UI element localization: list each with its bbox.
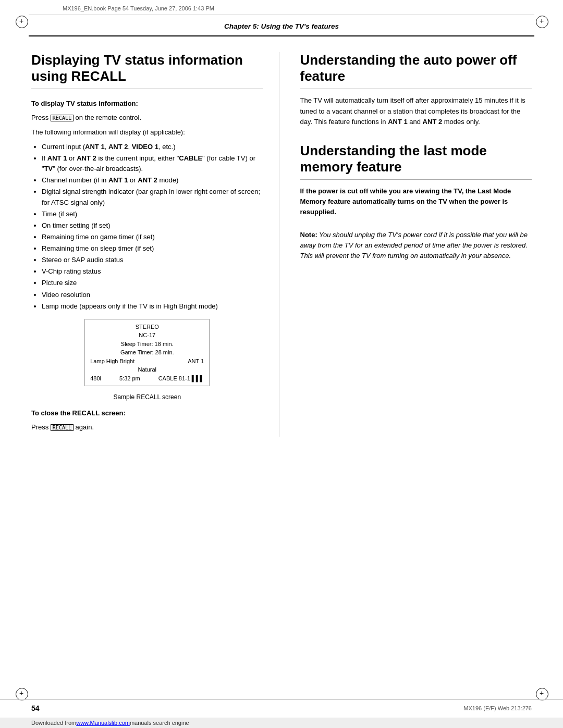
left-column: Displaying TV status information using R…: [31, 52, 279, 437]
chapter-header-title: Chapter 5: Using the TV's features: [224, 22, 339, 30]
close-recall-text: Press RECALL again.: [31, 422, 263, 433]
recall-time: 5:32 pm: [119, 374, 140, 383]
list-item: If ANT 1 or ANT 2 is the current input, …: [42, 153, 263, 174]
list-item: Remaining time on sleep timer (if set): [42, 243, 263, 254]
manualslib-link[interactable]: www.Manualslib.com: [76, 720, 130, 726]
bottom-right-text: MX196 (E/F) Web 213:276: [463, 705, 532, 711]
subsection-close-label: To close the RECALL screen:: [31, 408, 263, 418]
press-recall-text: Press RECALL on the remote control.: [31, 113, 263, 123]
list-item: Digital signal strength indicator (bar g…: [42, 187, 263, 207]
reg-mark-top-left: [16, 16, 27, 27]
recall-line-game: Game Timer: 28 min.: [90, 348, 204, 357]
list-item: Current input (ANT 1, ANT 2, VIDEO 1, et…: [42, 142, 263, 152]
file-info: MX196_EN.book Page 54 Tuesday, June 27, …: [63, 5, 214, 11]
list-item: Stereo or SAP audio status: [42, 255, 263, 265]
left-section-title: Displaying TV status information using R…: [31, 52, 263, 89]
recall-line-480i: 480i 5:32 pm CABLE 81-1 ▌▌▌: [90, 374, 204, 383]
note-body: You should unplug the TV's power cord if…: [300, 231, 528, 260]
following-text: The following information will display (…: [31, 127, 263, 138]
subsection-display-label: To display TV status information:: [31, 98, 263, 109]
auto-power-off-body: The TV will automatically turn itself of…: [300, 95, 532, 127]
downloaded-text: Downloaded from: [31, 720, 76, 726]
list-item: V-Chip rating status: [42, 266, 263, 277]
bottom-bar: 54 MX196 (E/F) Web 213:276: [0, 699, 563, 712]
recall-line-sleep: Sleep Timer: 18 min.: [90, 340, 204, 349]
list-item: Picture size: [42, 278, 263, 288]
recall-lamp-left: Lamp High Bright: [90, 357, 134, 366]
reg-mark-bottom-left: [16, 688, 27, 699]
recall-cable: CABLE 81-1 ▌▌▌: [158, 374, 204, 383]
note-label: Note:: [300, 231, 317, 239]
last-mode-bold-para: If the power is cut off while you are vi…: [300, 186, 532, 217]
recall-line-nc17: NC-17: [90, 331, 204, 340]
reg-mark-bottom-right: [536, 688, 547, 699]
recall-480i: 480i: [90, 374, 101, 383]
reg-mark-top-right: [536, 16, 547, 27]
right-column: Understanding the auto power off feature…: [295, 52, 532, 437]
recall-kbd: RECALL: [51, 115, 74, 121]
list-item: Lamp mode (appears only if the TV is in …: [42, 301, 263, 312]
close-recall-kbd: RECALL: [51, 424, 74, 431]
recall-line-natural: Natural: [90, 365, 204, 374]
auto-power-off-title: Understanding the auto power off feature: [300, 52, 532, 89]
feature-list: Current input (ANT 1, ANT 2, VIDEO 1, et…: [42, 142, 263, 312]
list-item: Time (if set): [42, 209, 263, 219]
page-number: 54: [31, 704, 40, 712]
list-item: On timer setting (if set): [42, 220, 263, 231]
recall-screen-container: STEREO NC-17 Sleep Timer: 18 min. Game T…: [31, 319, 263, 401]
content-area: Displaying TV status information using R…: [0, 52, 563, 437]
page-wrapper: MX196_EN.book Page 54 Tuesday, June 27, …: [0, 0, 563, 728]
list-item: Video resolution: [42, 290, 263, 300]
recall-line-stereo: STEREO: [90, 323, 204, 331]
downloaded-bar: Downloaded from www.Manualslib.com manua…: [0, 718, 563, 728]
list-item: Channel number (if in ANT 1 or ANT 2 mod…: [42, 175, 263, 186]
auto-power-off-section: Understanding the auto power off feature…: [300, 52, 532, 127]
recall-screen-box: STEREO NC-17 Sleep Timer: 18 min. Game T…: [84, 319, 210, 387]
recall-lamp-right: ANT 1: [188, 357, 204, 366]
downloaded-suffix: manuals search engine: [130, 720, 189, 726]
recall-line-lamp: Lamp High Bright ANT 1: [90, 357, 204, 366]
list-item: Remaining time on game timer (if set): [42, 232, 263, 242]
last-mode-note: Note: You should unplug the TV's power c…: [300, 230, 532, 261]
recall-caption: Sample RECALL screen: [31, 393, 263, 401]
last-mode-memory-section: Understanding the last mode memory featu…: [300, 143, 532, 261]
last-mode-memory-title: Understanding the last mode memory featu…: [300, 143, 532, 180]
